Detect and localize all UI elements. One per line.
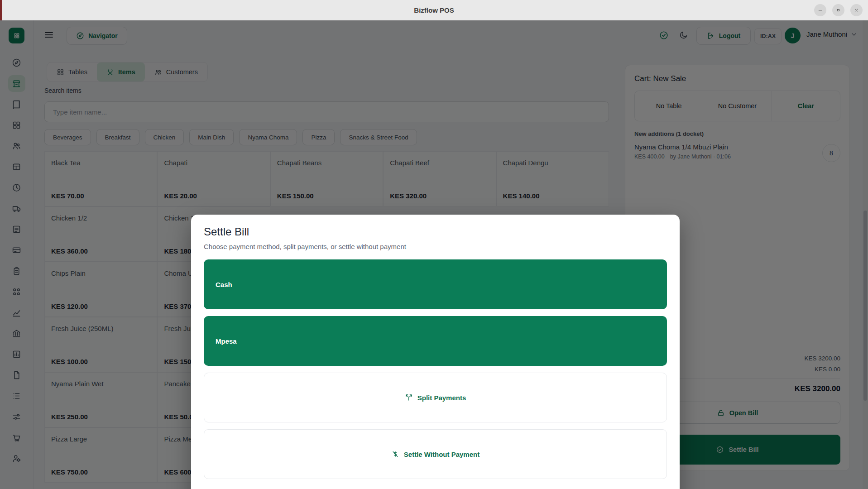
- window-title: Bizflow POS: [0, 0, 868, 20]
- payment-methods: CashMpesaSplit PaymentsSettle Without Pa…: [204, 259, 667, 479]
- cash-button[interactable]: Cash: [204, 259, 667, 309]
- minimize-icon: [817, 7, 823, 13]
- settle-bill-modal: Settle Bill Choose payment method, split…: [191, 215, 680, 489]
- payment-method-label: Mpesa: [216, 337, 237, 345]
- maximize-icon: [835, 7, 841, 13]
- payment-method-label: Settle Without Payment: [404, 451, 480, 458]
- window-controls: [814, 4, 863, 16]
- modal-title: Settle Bill: [204, 225, 667, 238]
- window-titlebar: Bizflow POS: [0, 0, 868, 20]
- close-button[interactable]: [850, 4, 863, 16]
- close-icon: [854, 7, 859, 13]
- no-payment-icon: [391, 450, 399, 458]
- mpesa-button[interactable]: Mpesa: [204, 316, 667, 366]
- no-payment-icon: [391, 450, 399, 458]
- minimize-button[interactable]: [814, 4, 826, 16]
- maximize-button[interactable]: [832, 4, 844, 16]
- split-icon: [405, 393, 413, 402]
- settle-without-payment-button[interactable]: Settle Without Payment: [204, 429, 667, 479]
- payment-method-label: Cash: [216, 281, 232, 288]
- modal-subtitle: Choose payment method, split payments, o…: [204, 243, 667, 250]
- split-payments-button[interactable]: Split Payments: [204, 373, 667, 422]
- split-icon: [405, 393, 413, 402]
- payment-method-label: Split Payments: [417, 394, 466, 402]
